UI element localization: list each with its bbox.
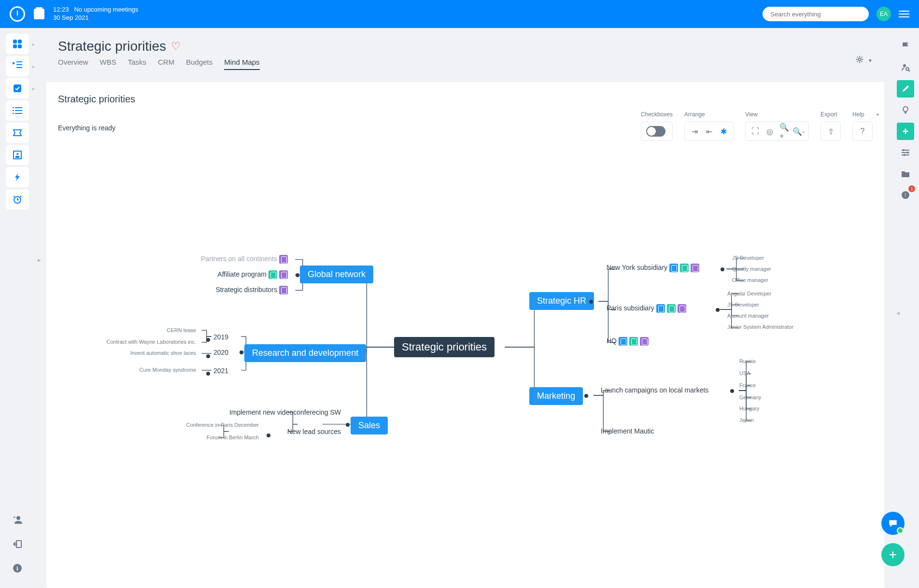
- arrange-right-icon[interactable]: ⇥: [690, 126, 699, 136]
- zoom-in-icon[interactable]: 🔍+: [779, 126, 789, 136]
- settings-sliders-icon[interactable]: [897, 144, 914, 161]
- nav-flash[interactable]: [6, 167, 29, 187]
- node-gn-child[interactable]: Partners on all continents: [133, 255, 288, 265]
- bulb-icon[interactable]: [897, 101, 914, 119]
- scroll-up-icon[interactable]: ▴: [877, 111, 881, 118]
- tab-budgets[interactable]: Budgets: [186, 58, 212, 70]
- nav-list[interactable]: [6, 100, 29, 121]
- node-year[interactable]: 2019: [211, 332, 231, 342]
- node-gn-child[interactable]: Affiliate program: [143, 270, 288, 280]
- flag-icon[interactable]: [897, 38, 914, 55]
- node-role[interactable]: JS Developer: [727, 302, 759, 308]
- node-role[interactable]: JS Developer: [732, 255, 764, 262]
- help-icon[interactable]: ?: [858, 126, 867, 136]
- node-rnd-item[interactable]: Cure Monday syndrome: [85, 367, 196, 374]
- favorite-icon[interactable]: ♡: [171, 40, 181, 53]
- node-country[interactable]: USA: [739, 370, 750, 377]
- export-icon[interactable]: ⇧: [826, 126, 835, 136]
- svg-point-26: [904, 154, 905, 156]
- calendar-icon[interactable]: [34, 9, 44, 19]
- node-year[interactable]: 2020: [211, 348, 231, 357]
- node-hr-hq[interactable]: HQ: [607, 337, 649, 347]
- tab-tasks[interactable]: Tasks: [128, 58, 146, 70]
- nav-logout[interactable]: [6, 534, 29, 554]
- svg-rect-4: [14, 84, 21, 92]
- avatar[interactable]: EA: [877, 7, 891, 21]
- logo-icon[interactable]: [10, 6, 25, 22]
- arrange-left-icon[interactable]: ⇤: [704, 126, 714, 136]
- node-mk-campaigns[interactable]: Launch campaigns on local markets: [601, 386, 708, 395]
- tab-overview[interactable]: Overview: [58, 58, 88, 70]
- svg-rect-7: [13, 110, 14, 111]
- gear-icon[interactable]: [855, 55, 864, 66]
- node-role[interactable]: Angular Developer: [727, 291, 771, 297]
- node-global-network[interactable]: Global network: [300, 266, 373, 283]
- collapse-rail-icon[interactable]: ◂: [896, 309, 900, 317]
- svg-rect-9: [13, 113, 14, 114]
- clipboard-icon: [279, 286, 288, 294]
- tab-mindmaps[interactable]: Mind Maps: [224, 58, 259, 70]
- node-hr[interactable]: Strategic HR: [529, 292, 594, 310]
- node-hr-ny[interactable]: New York subsidiary: [607, 264, 699, 273]
- expand-rail-icon[interactable]: ▸: [38, 256, 41, 264]
- node-year[interactable]: 2021: [211, 366, 231, 376]
- nav-info[interactable]: i: [6, 558, 29, 578]
- arrange-radial-icon[interactable]: ✱: [719, 126, 728, 136]
- node-country[interactable]: Hungary: [739, 406, 760, 412]
- node-sales-child[interactable]: Implement new videoconferecing SW: [153, 408, 341, 417]
- center-icon[interactable]: ◎: [765, 126, 775, 136]
- node-lead[interactable]: Conference in Paris December: [143, 422, 259, 429]
- svg-rect-2: [16, 64, 22, 65]
- page-title: Strategic priorities: [58, 39, 166, 54]
- node-hr-paris[interactable]: Paris subsidiary: [607, 304, 686, 314]
- nav-files[interactable]: [6, 123, 29, 143]
- fit-icon[interactable]: ⛶: [750, 126, 760, 136]
- nav-hierarchy[interactable]: ▸: [6, 56, 29, 76]
- nav-org[interactable]: [6, 145, 29, 165]
- node-gn-child[interactable]: Strategic distributors: [143, 286, 288, 295]
- folder-icon[interactable]: [897, 165, 914, 182]
- zoom-out-icon[interactable]: 🔍-: [794, 126, 804, 136]
- person-search-icon[interactable]: [897, 59, 914, 76]
- svg-rect-23: [905, 112, 906, 113]
- node-rnd-item[interactable]: CERN lease: [114, 327, 196, 334]
- nav-alarm[interactable]: [6, 189, 29, 210]
- node-country[interactable]: Russia: [739, 358, 756, 365]
- create-button[interactable]: +: [881, 543, 905, 566]
- tab-crm[interactable]: CRM: [158, 58, 174, 70]
- node-rnd-item[interactable]: Invent automatic shoe laces: [85, 350, 196, 357]
- label-export: Export: [820, 111, 841, 118]
- node-country[interactable]: Germany: [739, 394, 761, 401]
- nav-dashboard[interactable]: ▸: [6, 34, 29, 54]
- main-area: Strategic priorities ♡ Overview WBS Task…: [46, 34, 884, 588]
- svg-rect-5: [13, 107, 14, 108]
- node-country[interactable]: Japan: [739, 417, 754, 424]
- nav-add-user[interactable]: +: [6, 510, 29, 530]
- node-mk-mautic[interactable]: Implement Mautic: [601, 427, 654, 436]
- date-text: 30 Sep 2021: [53, 14, 138, 22]
- nav-tasks[interactable]: ▸: [6, 78, 29, 98]
- edit-button[interactable]: [897, 80, 914, 98]
- node-country[interactable]: France: [739, 382, 756, 389]
- node-rnd[interactable]: Research and development: [244, 344, 366, 362]
- mindmap[interactable]: Strategic priorities Global network Part…: [46, 154, 884, 588]
- dropdown-caret-icon[interactable]: ▼: [868, 58, 873, 63]
- tab-wbs[interactable]: WBS: [100, 58, 116, 70]
- node-role[interactable]: Account manager: [727, 313, 769, 320]
- add-button[interactable]: [897, 123, 914, 140]
- svg-rect-13: [15, 156, 19, 158]
- node-center[interactable]: Strategic priorities: [394, 337, 495, 357]
- node-role[interactable]: Quality manager: [732, 266, 771, 273]
- menu-icon[interactable]: [899, 11, 909, 17]
- node-lead[interactable]: Forum in Berlin March: [162, 434, 259, 441]
- chevron-right-icon: ▸: [32, 86, 35, 91]
- node-sales[interactable]: Sales: [351, 417, 388, 434]
- notification-icon[interactable]: !: [897, 186, 914, 204]
- node-marketing[interactable]: Marketing: [529, 387, 583, 405]
- node-role[interactable]: Junior System Administrator: [727, 324, 793, 331]
- search-input[interactable]: [763, 7, 869, 21]
- chat-button[interactable]: [881, 512, 905, 535]
- node-role[interactable]: Office manager: [732, 277, 768, 284]
- checkboxes-toggle[interactable]: [646, 126, 665, 137]
- node-rnd-item[interactable]: Contract with Wayne Laboratories inc.: [66, 339, 196, 346]
